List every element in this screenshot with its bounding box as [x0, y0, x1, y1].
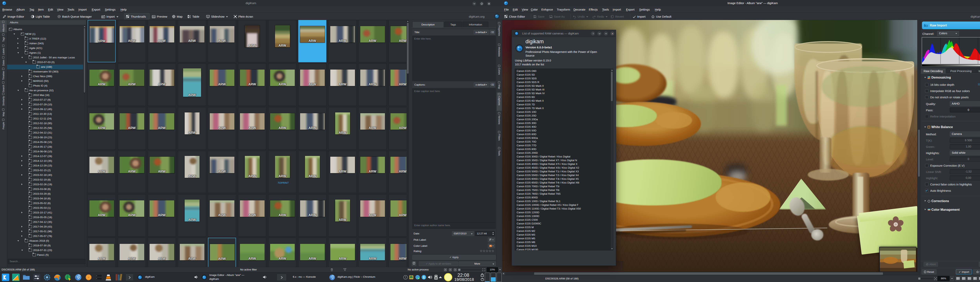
svg-text:?: ?: [592, 32, 594, 35]
